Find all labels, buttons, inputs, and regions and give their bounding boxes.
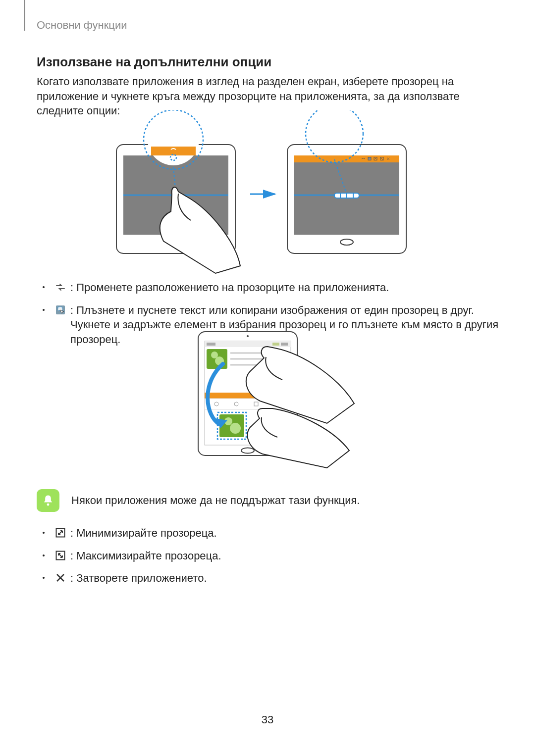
bullet-maximize: : Максимизирайте прозореца. bbox=[43, 549, 503, 565]
minimize-icon bbox=[54, 527, 66, 543]
note-bell-icon bbox=[37, 489, 59, 512]
bullet-close: : Затворете приложението. bbox=[43, 571, 503, 588]
svg-rect-8 bbox=[151, 147, 196, 155]
bullet-swap: : Променете разположението на прозорците… bbox=[43, 280, 503, 297]
bullet-maximize-text: : Максимизирайте прозореца. bbox=[70, 549, 503, 563]
bullet-swap-text: : Променете разположението на прозорците… bbox=[70, 280, 503, 295]
figure-drag-drop bbox=[196, 329, 359, 470]
section-header: Основни функции bbox=[37, 19, 127, 32]
figure-split-options bbox=[102, 110, 424, 276]
svg-point-50 bbox=[47, 504, 50, 506]
bullet-minimize-text: : Минимизирайте прозореца. bbox=[70, 526, 503, 541]
swap-icon bbox=[54, 281, 66, 297]
page-margin-rule bbox=[24, 0, 25, 31]
note-callout: Някои приложения може да не поддържат та… bbox=[37, 489, 360, 512]
page-number: 33 bbox=[0, 713, 535, 726]
svg-point-48 bbox=[230, 423, 241, 434]
drag-content-icon bbox=[54, 304, 66, 320]
maximize-icon bbox=[54, 550, 66, 565]
svg-point-7 bbox=[148, 114, 199, 165]
svg-rect-32 bbox=[272, 343, 279, 346]
svg-rect-20 bbox=[368, 157, 371, 160]
svg-point-28 bbox=[247, 335, 249, 337]
svg-rect-31 bbox=[207, 343, 215, 346]
note-text: Някои приложения може да не поддържат та… bbox=[71, 494, 360, 507]
page-title: Използване на допълнителни опции bbox=[37, 54, 271, 70]
svg-rect-33 bbox=[281, 343, 288, 346]
close-icon bbox=[54, 572, 66, 588]
bullet-close-text: : Затворете приложението. bbox=[70, 571, 503, 586]
bullet-minimize: : Минимизирайте прозореца. bbox=[43, 526, 503, 543]
